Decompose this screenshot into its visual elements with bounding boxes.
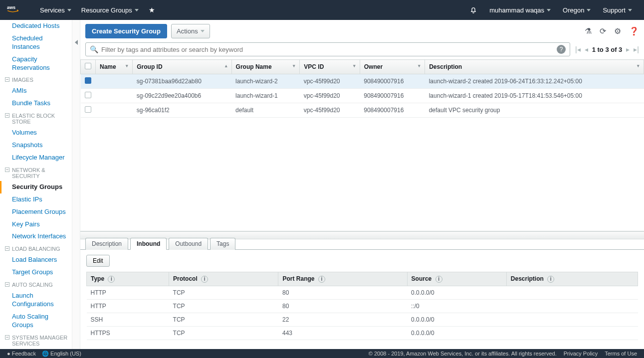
sidebar-section-label: −IMAGES — [0, 74, 72, 85]
cell-description: launch-wizard-1 created 2019-05-17T18:41… — [425, 89, 644, 103]
svg-text:aws: aws — [7, 4, 15, 9]
sidebar-item-target-groups[interactable]: Target Groups — [0, 266, 72, 279]
sidebar-item-lifecycle-manager[interactable]: Lifecycle Manager — [0, 152, 72, 164]
column-header[interactable]: Name▾ — [96, 60, 133, 74]
select-all-checkbox[interactable] — [85, 63, 91, 69]
column-header[interactable]: Group ID▴ — [133, 60, 231, 74]
table-row[interactable]: sg-07381baa96d22ab80launch-wizard-2vpc-4… — [81, 74, 644, 89]
sidebar-item-security-groups[interactable]: Security Groups — [0, 181, 72, 193]
info-icon[interactable]: i — [318, 276, 325, 283]
page-next-icon[interactable]: ▸ — [626, 45, 630, 53]
pager: |◂ ◂ 1 to 3 of 3 ▸ ▸| — [575, 45, 639, 53]
column-header[interactable]: Group Name▾ — [231, 60, 300, 74]
tab-description[interactable]: Description — [85, 238, 128, 250]
rules-column-header: Protocol i — [169, 272, 278, 286]
flask-icon[interactable]: ⚗ — [585, 26, 592, 36]
collapse-toggle-icon[interactable]: − — [5, 168, 9, 172]
row-checkbox[interactable] — [85, 77, 91, 84]
sidebar-item-bundle-tasks[interactable]: Bundle Tasks — [0, 97, 72, 110]
rule-row: HTTPTCP80::/0 — [87, 299, 638, 313]
cell-vpc-id: vpc-45f99d20 — [300, 89, 360, 103]
info-icon[interactable]: i — [201, 276, 208, 283]
nav-support[interactable]: Support — [598, 6, 637, 14]
rule-row: SSHTCP220.0.0.0/0 — [87, 313, 638, 326]
sidebar-item-network-interfaces[interactable]: Network Interfaces — [0, 230, 72, 243]
sidebar-item-ec2-systems-manager-has-moved[interactable]: EC2 Systems Manager has moved↗ — [0, 349, 72, 349]
cell-group-name: launch-wizard-2 — [231, 74, 300, 89]
detail-pane: Edit Type iProtocol iPort Range iSource … — [80, 249, 644, 349]
sidebar-item[interactable]: Capacity Reservations — [0, 53, 72, 74]
tab-outbound[interactable]: Outbound — [169, 238, 208, 250]
inbound-rules-table: Type iProtocol iPort Range iSource iDesc… — [86, 272, 638, 340]
top-nav: aws Services Resource Groups ★ muhammad … — [0, 0, 644, 20]
info-icon[interactable]: i — [547, 276, 554, 283]
nav-user[interactable]: muhammad waqas — [484, 6, 556, 14]
column-header[interactable]: VPC ID▾ — [300, 60, 360, 74]
feedback-link[interactable]: ● Feedback — [7, 351, 36, 357]
rules-column-header: Type i — [87, 272, 169, 286]
chevron-down-icon — [547, 9, 551, 11]
cell-group-id: sg-96ca01f2 — [133, 103, 231, 118]
rules-column-header: Description i — [506, 272, 638, 286]
cell-name — [96, 103, 133, 118]
page-first-icon[interactable]: |◂ — [575, 45, 581, 53]
notifications-icon[interactable] — [464, 6, 482, 14]
search-help-icon[interactable]: ? — [557, 45, 566, 54]
cell-group-id: sg-07381baa96d22ab80 — [133, 74, 231, 89]
nav-region[interactable]: Oregon — [558, 6, 596, 14]
table-row[interactable]: sg-96ca01f2defaultvpc-45f99d209084900079… — [81, 103, 644, 118]
privacy-link[interactable]: Privacy Policy — [564, 351, 598, 357]
security-groups-table: Name▾Group ID▴Group Name▾VPC ID▾Owner▾De… — [80, 59, 644, 118]
collapse-toggle-icon[interactable]: − — [5, 246, 9, 251]
column-header[interactable]: Owner▾ — [360, 60, 425, 74]
footer: ● Feedback 🌐 English (US) © 2008 - 2019,… — [0, 349, 644, 358]
info-icon[interactable]: i — [435, 276, 442, 283]
sidebar-item-snapshots[interactable]: Snapshots — [0, 139, 72, 152]
sidebar-item-placement-groups[interactable]: Placement Groups — [0, 206, 72, 218]
tab-inbound[interactable]: Inbound — [130, 238, 167, 250]
sidebar-item-load-balancers[interactable]: Load Balancers — [0, 254, 72, 266]
sidebar-section-label: −LOAD BALANCING — [0, 243, 72, 254]
sidebar-item-key-pairs[interactable]: Key Pairs — [0, 218, 72, 231]
sidebar-item[interactable]: Scheduled Instances — [0, 32, 72, 53]
collapse-toggle-icon[interactable]: − — [5, 77, 9, 82]
table-row[interactable]: sg-09c22d9ee20a400b6launch-wizard-1vpc-4… — [81, 89, 644, 103]
refresh-icon[interactable]: ⟳ — [600, 26, 606, 36]
detail-tabs: DescriptionInboundOutboundTags — [80, 237, 644, 249]
sidebar-item-volumes[interactable]: Volumes — [0, 127, 72, 139]
sidebar[interactable]: Dedicated Hosts Scheduled Instances Capa… — [0, 20, 72, 349]
sidebar-item-elastic-ips[interactable]: Elastic IPs — [0, 193, 72, 206]
nav-resource-groups[interactable]: Resource Groups — [76, 6, 144, 14]
create-security-group-button[interactable]: Create Security Group — [85, 24, 167, 38]
sidebar-item-launch-configurations[interactable]: Launch Configurations — [0, 290, 72, 311]
language-selector[interactable]: 🌐 English (US) — [42, 351, 81, 357]
actions-button[interactable]: Actions — [171, 24, 210, 38]
chevron-down-icon — [201, 30, 205, 32]
tab-tags[interactable]: Tags — [210, 238, 235, 250]
terms-link[interactable]: Terms of Use — [605, 351, 637, 357]
search-input-wrap[interactable]: 🔍 ? — [85, 42, 570, 56]
chevron-down-icon — [135, 9, 139, 11]
column-header[interactable]: Description▾ — [425, 60, 644, 74]
gear-icon[interactable]: ⚙ — [614, 26, 621, 36]
row-checkbox[interactable] — [85, 106, 91, 113]
help-icon[interactable]: ❓ — [629, 26, 639, 36]
edit-rules-button[interactable]: Edit — [86, 255, 110, 267]
sidebar-item-auto-scaling-groups[interactable]: Auto Scaling Groups — [0, 311, 72, 332]
sidebar-item-amis[interactable]: AMIs — [0, 85, 72, 97]
sidebar-collapse[interactable] — [72, 20, 80, 349]
row-checkbox[interactable] — [85, 92, 91, 98]
cell-group-name: launch-wizard-1 — [231, 89, 300, 103]
info-icon[interactable]: i — [108, 276, 115, 283]
collapse-toggle-icon[interactable]: − — [5, 113, 9, 118]
page-prev-icon[interactable]: ◂ — [585, 45, 588, 53]
search-input[interactable] — [101, 46, 554, 53]
nav-services[interactable]: Services — [35, 6, 76, 14]
pin-icon[interactable]: ★ — [144, 6, 160, 14]
aws-logo[interactable]: aws — [7, 4, 25, 16]
collapse-toggle-icon[interactable]: − — [5, 335, 9, 340]
page-last-icon[interactable]: ▸| — [634, 45, 639, 53]
sidebar-item[interactable]: Dedicated Hosts — [0, 20, 72, 32]
collapse-toggle-icon[interactable]: − — [5, 282, 9, 287]
cell-name — [96, 74, 133, 89]
